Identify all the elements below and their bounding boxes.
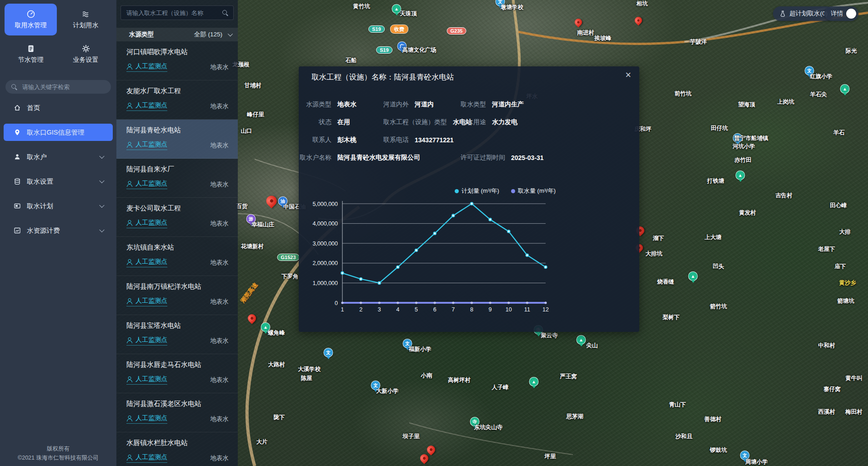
- map-label: 甘埔村: [244, 82, 261, 90]
- monitor-link[interactable]: 人工监测点: [126, 375, 167, 385]
- monitor-link[interactable]: 人工监测点: [126, 219, 167, 228]
- sidebar-search[interactable]: [5, 80, 111, 94]
- station-name: 陆河县宝塔水电站: [126, 321, 181, 330]
- list-item[interactable]: 东坑镇自来水站人工监测点地表水: [116, 237, 238, 276]
- sidebar-item-home[interactable]: 首页: [0, 95, 116, 120]
- person-icon: [126, 181, 132, 187]
- station-search-input[interactable]: [125, 9, 218, 17]
- station-name: 陆河县青砼水电站: [126, 126, 181, 135]
- field-状态: 状态在用: [299, 118, 383, 126]
- list-item[interactable]: 水唇镇水栏肚水电站人工监测点地表水: [116, 432, 238, 466]
- field-取水户名称: 取水户名称陆河县青砼水电发展有限公司: [299, 154, 383, 162]
- sidebar-item-pin[interactable]: 取水口GIS信息管理: [4, 124, 113, 141]
- map-mountain-marker[interactable]: ▲: [736, 170, 745, 184]
- monitor-link[interactable]: 人工监测点: [126, 258, 167, 267]
- waves-icon: [81, 10, 90, 19]
- station-name: 陆河县激石溪老区水电站: [126, 400, 201, 408]
- sidebar-item-label: 取水计划: [27, 202, 53, 210]
- map-school-marker[interactable]: 文: [324, 348, 333, 361]
- sidebar-item-chart[interactable]: 水资源计费: [0, 218, 116, 243]
- map-pin[interactable]: [427, 446, 435, 454]
- map-pin[interactable]: [248, 314, 256, 322]
- module-switcher: 取用水管理计划用水节水管理业务设置: [5, 4, 112, 70]
- monitor-link[interactable]: 人工监测点: [126, 453, 167, 463]
- svg-text:8: 8: [470, 306, 473, 313]
- toggle-knob[interactable]: [846, 9, 856, 19]
- person-icon: [126, 220, 132, 226]
- pin-icon: [14, 129, 21, 136]
- sidebar-search-input[interactable]: [21, 83, 105, 91]
- water-type: 地表水: [211, 298, 229, 306]
- svg-text:6: 6: [433, 306, 437, 313]
- list-item[interactable]: 友能水厂取水工程人工监测点地表水: [116, 80, 238, 120]
- modal-title: 取水工程（设施）名称：陆河县青砼水电站: [311, 72, 454, 82]
- map-pin[interactable]: [635, 17, 642, 24]
- list-item[interactable]: 陆河县南万镇杞洋水电站人工监测点地表水: [116, 276, 238, 315]
- sidebar-item-card[interactable]: 取水计划: [0, 194, 116, 218]
- module-doc[interactable]: 节水管理: [5, 38, 57, 70]
- field-取水类型: 取水类型河道内生产: [461, 100, 639, 109]
- water-type: 地表水: [211, 220, 229, 228]
- map-pin[interactable]: [266, 195, 277, 206]
- svg-text:5: 5: [415, 306, 418, 313]
- sidebar-item-db[interactable]: 取水设置: [0, 169, 116, 194]
- map-label: 天珠顶: [400, 10, 417, 18]
- station-search[interactable]: [120, 5, 234, 20]
- map-pin[interactable]: [575, 19, 582, 26]
- list-item[interactable]: 河口镇唱歌潭水电站人工监测点地表水: [116, 41, 238, 80]
- gauge-icon: [26, 10, 35, 19]
- list-item[interactable]: 陆河县激石溪老区水电站人工监测点地表水: [116, 393, 238, 432]
- map-label: 螺角峰: [268, 329, 285, 337]
- list-item[interactable]: 陆河县自来水厂人工监测点地表水: [116, 159, 238, 198]
- water-type: 地表水: [211, 376, 229, 384]
- map-label: 聚云寺: [541, 332, 558, 340]
- module-gear[interactable]: 业务设置: [60, 38, 112, 70]
- map-mountain-marker[interactable]: ▲: [529, 377, 539, 390]
- legend-item[interactable]: 取水量 (m³/年): [511, 187, 556, 195]
- app-root: 黄竹坑石船相坑南进村挨坡峰芋陂洋际光墩塘学校天珠顶高塘文化广场坪水前竹坑望海顶上…: [0, 0, 868, 466]
- map-mountain-marker[interactable]: ▲: [688, 271, 698, 285]
- list-item[interactable]: 陆河县青砼水电站人工监测点地表水: [116, 120, 238, 159]
- person-icon: [126, 298, 132, 304]
- field-value: 13432771221: [415, 136, 454, 144]
- map-label: 坪里: [545, 453, 556, 461]
- monitor-link[interactable]: 人工监测点: [126, 336, 167, 346]
- detail-toggle[interactable]: 详情: [824, 6, 858, 21]
- module-gauge[interactable]: 取用水管理: [5, 4, 57, 35]
- monitor-link[interactable]: 人工监测点: [126, 62, 167, 72]
- monitor-link[interactable]: 人工监测点: [126, 180, 167, 189]
- svg-text:7: 7: [452, 306, 455, 313]
- close-icon[interactable]: ×: [625, 70, 631, 80]
- map-mountain-marker[interactable]: ▲: [577, 335, 586, 348]
- monitor-link[interactable]: 人工监测点: [126, 297, 167, 306]
- module-waves[interactable]: 计划用水: [60, 4, 112, 35]
- map-mountain-marker[interactable]: ▲: [840, 84, 850, 97]
- map-label: 百货: [236, 203, 248, 210]
- sidebar-item-user[interactable]: 取水户: [0, 145, 116, 169]
- db-icon: [14, 178, 21, 185]
- map-pin[interactable]: [420, 454, 428, 462]
- map-label: 大溪学校: [298, 366, 321, 373]
- copyright-line2: ©2021 珠海市仁智科技有限公司: [0, 453, 116, 462]
- station-list: 河口镇唱歌潭水电站人工监测点地表水友能水厂取水工程人工监测点地表水陆河县青砼水电…: [116, 41, 238, 466]
- map-label: 梨树下: [662, 314, 680, 321]
- list-item[interactable]: 麦卡公司取水工程人工监测点地表水: [116, 198, 238, 237]
- monitor-link[interactable]: 人工监测点: [126, 101, 167, 111]
- list-item[interactable]: 陆河县水唇走马石水电站人工监测点地表水: [116, 354, 238, 393]
- water-source-filter[interactable]: 水源类型 全部 (125): [116, 28, 238, 41]
- module-label: 计划用水: [73, 21, 99, 30]
- map-label: 赤竹田: [734, 156, 752, 164]
- svg-text:11: 11: [524, 306, 530, 313]
- svg-text:12: 12: [542, 306, 549, 313]
- legend-item[interactable]: 计划量 (m³/年): [455, 187, 499, 195]
- map-label: 芋陂洋: [690, 38, 707, 46]
- monitor-link[interactable]: 人工监测点: [126, 140, 167, 150]
- field-value: 河道内: [415, 100, 434, 109]
- field-label: 取水用途: [461, 118, 486, 126]
- map-label: 吉告村: [775, 192, 793, 200]
- monitor-link[interactable]: 人工监测点: [126, 414, 167, 424]
- monitor-label: 人工监测点: [135, 414, 167, 422]
- svg-text:9: 9: [489, 306, 492, 313]
- svg-text:0: 0: [335, 300, 338, 306]
- list-item[interactable]: 陆河县宝塔水电站人工监测点地表水: [116, 315, 238, 354]
